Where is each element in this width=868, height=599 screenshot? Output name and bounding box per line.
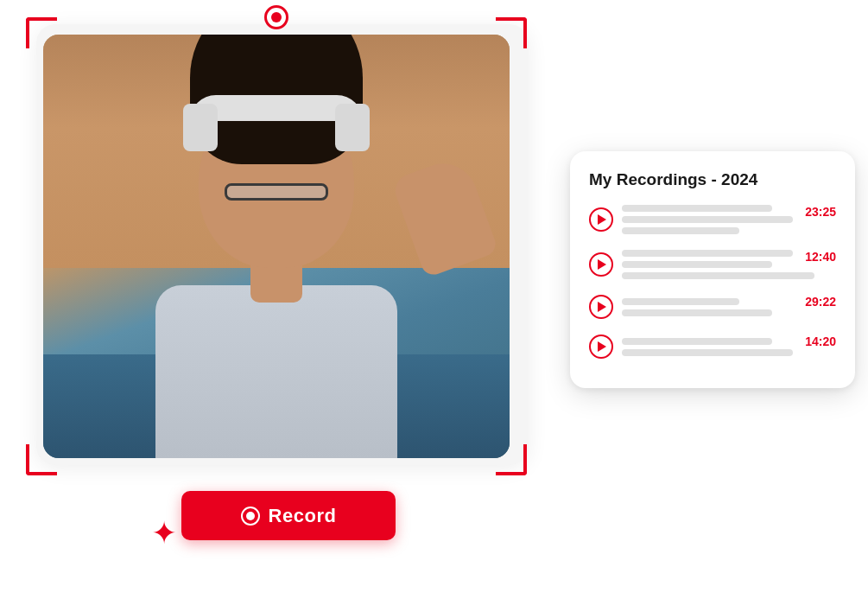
- headphones-right: [335, 104, 370, 151]
- recording-line: [622, 216, 793, 223]
- recording-line: [622, 205, 772, 212]
- recording-info-2: [622, 250, 836, 279]
- recording-line: [622, 227, 739, 234]
- play-triangle-4: [598, 341, 606, 352]
- recording-item: 14:20: [589, 335, 836, 359]
- decorative-sparkle: ✦: [151, 515, 177, 551]
- recording-info-1: [622, 205, 836, 234]
- record-icon: [241, 507, 260, 526]
- play-triangle-3: [598, 302, 606, 312]
- recording-line: [622, 250, 793, 257]
- video-frame: [26, 17, 527, 475]
- recording-line: [622, 261, 772, 268]
- play-button-1[interactable]: [589, 207, 613, 232]
- record-label: Record: [269, 505, 337, 527]
- recording-info-4: [622, 338, 836, 356]
- recording-duration-1: 23:25: [805, 205, 836, 219]
- recordings-panel: My Recordings - 2024 23:25 12:40: [570, 151, 855, 388]
- recording-item: 12:40: [589, 250, 836, 279]
- recording-duration-2: 12:40: [805, 250, 836, 264]
- play-triangle-1: [598, 214, 606, 225]
- recording-item: 23:25: [589, 205, 836, 234]
- recording-item: 29:22: [589, 295, 836, 319]
- recording-line: [622, 309, 772, 316]
- recording-line: [622, 298, 739, 305]
- camera-feed: [43, 35, 510, 458]
- record-button[interactable]: Record: [181, 491, 396, 540]
- play-button-2[interactable]: [589, 252, 613, 277]
- scene: Record ✦ My Recordings - 2024 23:25: [0, 0, 868, 599]
- recording-duration-3: 29:22: [805, 295, 836, 309]
- person-image: [43, 35, 510, 458]
- headphones-left: [183, 104, 218, 151]
- play-triangle-2: [598, 259, 606, 270]
- play-button-4[interactable]: [589, 335, 613, 359]
- recording-line: [622, 349, 793, 356]
- record-indicator-dot: [264, 5, 288, 29]
- recording-duration-4: 14:20: [805, 335, 836, 348]
- panel-title: My Recordings - 2024: [589, 170, 836, 189]
- play-button-3[interactable]: [589, 295, 613, 319]
- shirt: [155, 285, 397, 458]
- recording-info-3: [622, 298, 836, 316]
- record-icon-inner: [246, 512, 255, 520]
- recording-line: [622, 338, 772, 345]
- recording-line: [622, 272, 814, 279]
